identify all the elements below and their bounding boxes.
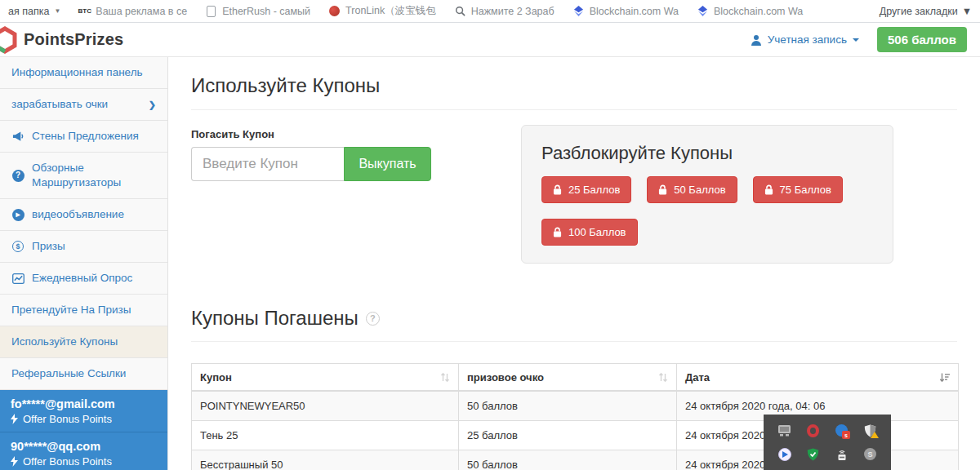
unlock-button-label: 25 Баллов — [568, 184, 620, 196]
blockchain-icon — [697, 5, 709, 17]
sidebar-item-earn-points[interactable]: зарабатывать очки ❯ — [0, 89, 167, 121]
bookmarks-bar: ая папка ▼ BTC Ваша реклама в се EtherRu… — [0, 0, 980, 23]
cell-coupon: Бесстрашный 50 — [192, 450, 459, 470]
sidebar-item-label: Претендуйте На Призы — [11, 303, 131, 317]
cell-points: 25 баллов — [459, 421, 677, 450]
lock-icon — [553, 227, 562, 237]
lock-icon — [658, 184, 667, 195]
sidebar-item-claim-prizes[interactable]: Претендуйте На Призы — [0, 295, 167, 326]
sidebar-item-survey-routers[interactable]: ? Обзорные Маршрутизаторы — [0, 153, 167, 199]
column-header-points[interactable]: призовое очко — [459, 364, 677, 392]
column-header-date[interactable]: Дата — [677, 364, 959, 392]
referral-sub-label: Offer Bonus Points — [23, 413, 112, 425]
sort-icon — [440, 372, 450, 383]
sidebar-item-label: Реферальные Ссылки — [11, 366, 126, 381]
bookmark-item[interactable]: Blockchain.com Wa — [697, 5, 803, 17]
sidebar-item-label: зарабатывать очки — [11, 97, 108, 112]
skype-icon[interactable]: S — [864, 448, 876, 460]
sort-icon — [658, 372, 668, 383]
bookmark-item[interactable]: Нажмите 2 Зараб — [454, 5, 555, 17]
sidebar-item-label: Используйте Купоны — [11, 335, 118, 349]
bookmark-item[interactable]: Blockchain.com Wa — [572, 5, 679, 17]
column-header-label: Дата — [685, 371, 710, 384]
brand[interactable]: PointsPrizes — [0, 26, 123, 54]
bookmark-item[interactable]: EtherRush - самый — [205, 5, 310, 17]
sidebar-item-video-ads[interactable]: ▸ видеообъявление — [0, 199, 167, 231]
sidebar-item-label: Информационная панель — [11, 65, 143, 80]
unlock-25-points-button[interactable]: 25 Баллов — [541, 176, 631, 203]
referral-account-2[interactable]: 90*****@qq.com Offer Bonus Points — [0, 432, 167, 470]
unlock-100-points-button[interactable]: 100 Баллов — [541, 219, 638, 246]
redeemed-coupons-title: Купоны Погашены ? — [191, 307, 957, 342]
sidebar-item-use-coupons[interactable]: Используйте Купоны — [0, 326, 167, 358]
cell-coupon: POINTYNEWYEAR50 — [192, 391, 459, 421]
referral-account-1[interactable]: fo*****@gmail.com Offer Bonus Points — [0, 390, 167, 432]
bookmark-label: Blockchain.com Wa — [590, 6, 679, 17]
bookmark-label: Нажмите 2 Зараб — [471, 6, 555, 17]
sidebar-item-label: Ежедневный Опрос — [32, 271, 132, 286]
coupon-input[interactable] — [191, 147, 344, 181]
tronlink-icon — [328, 5, 341, 17]
display-icon[interactable] — [777, 423, 791, 437]
lock-icon — [764, 184, 773, 195]
bookmark-label: Blockchain.com Wa — [714, 6, 803, 17]
app-s-icon[interactable] — [835, 423, 849, 437]
screen: ая папка ▼ BTC Ваша реклама в се EtherRu… — [0, 0, 980, 470]
other-bookmarks-label: Другие закладки — [880, 6, 958, 17]
chevron-down-icon: ▼ — [962, 6, 972, 17]
table-header-row: Купон призовое очко — [192, 364, 959, 392]
question-circle-icon: ? — [11, 170, 24, 182]
sidebar-item-label: Обзорные Маршрутизаторы — [32, 161, 156, 190]
sidebar-item-label: Стены Предложения — [32, 129, 139, 144]
redeem-button[interactable]: Выкупать — [344, 147, 431, 181]
sidebar-item-dashboard[interactable]: Информационная панель — [0, 57, 167, 89]
blockchain-icon — [572, 5, 585, 17]
referral-sub-label: Offer Bonus Points — [23, 455, 112, 468]
router-icon[interactable] — [835, 447, 849, 461]
main-content: Используйте Купоны Погасить Купон Выкупа… — [168, 57, 980, 470]
megaphone-icon — [11, 131, 24, 142]
bookmark-folder[interactable]: ая папка ▼ — [8, 6, 60, 17]
sidebar-item-daily-poll[interactable]: Ежедневный Опрос — [0, 263, 167, 295]
column-header-label: Купон — [200, 371, 232, 384]
account-label: Учетная запись — [768, 33, 847, 46]
defender-warning-icon[interactable] — [863, 423, 877, 437]
bookmark-label: EtherRush - самый — [222, 6, 310, 17]
unlock-panel-title: Разблокируйте Купоны — [541, 143, 873, 164]
bookmark-item[interactable]: TronLink（波宝钱包 — [328, 4, 436, 18]
sidebar-item-offer-walls[interactable]: Стены Предложения — [0, 121, 167, 153]
person-icon — [751, 34, 762, 46]
media-play-icon[interactable] — [777, 447, 791, 461]
redeem-coupon-label: Погасить Купон — [191, 128, 521, 140]
column-header-label: призовое очко — [467, 371, 544, 384]
unlock-75-points-button[interactable]: 75 Баллов — [753, 176, 843, 203]
referral-email: fo*****@gmail.com — [11, 397, 157, 410]
chevron-down-icon — [853, 38, 859, 42]
unlock-50-points-button[interactable]: 50 Баллов — [647, 176, 737, 203]
sidebar-item-label: видеообъявление — [32, 207, 124, 222]
opera-icon[interactable] — [806, 423, 820, 437]
site-header: PointsPrizes Учетная запись 506 баллов — [0, 23, 980, 57]
cell-points: 50 баллов — [459, 391, 677, 421]
help-icon[interactable]: ? — [366, 312, 380, 326]
system-tray-overlay: S — [764, 415, 891, 470]
unlock-coupons-panel: Разблокируйте Купоны 25 Баллов 50 Баллов… — [521, 125, 893, 264]
points-badge[interactable]: 506 баллов — [877, 27, 967, 52]
pointsprizes-logo-icon — [0, 26, 19, 54]
brand-name: PointsPrizes — [24, 30, 123, 49]
account-menu[interactable]: Учетная запись — [751, 33, 859, 46]
magnifier-icon — [454, 5, 466, 17]
other-bookmarks[interactable]: Другие закладки ▼ — [880, 6, 972, 17]
bookmark-label: TronLink（波宝钱包 — [345, 4, 436, 18]
redeemed-title-label: Купоны Погашены — [191, 307, 359, 330]
chart-icon — [11, 273, 24, 284]
referral-email: 90*****@qq.com — [11, 440, 157, 453]
bookmark-item[interactable]: BTC Ваша реклама в се — [78, 5, 187, 17]
chevron-down-icon: ❯ — [149, 97, 156, 112]
column-header-coupon[interactable]: Купон — [192, 364, 459, 392]
warning-triangle-icon — [871, 432, 879, 438]
lock-icon — [553, 184, 562, 195]
sidebar-item-prizes[interactable]: $ Призы — [0, 231, 167, 263]
antivirus-shield-icon[interactable] — [806, 447, 820, 461]
sidebar-item-referral-links[interactable]: Реферальные Ссылки — [0, 358, 167, 390]
